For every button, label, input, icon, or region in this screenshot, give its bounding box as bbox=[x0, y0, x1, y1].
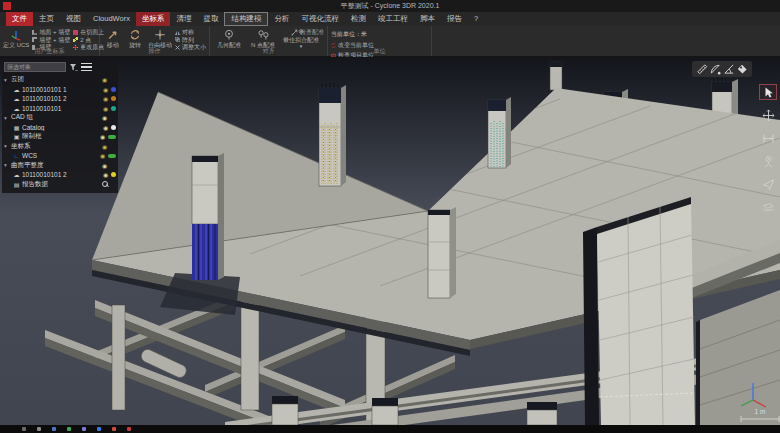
check-registration-button[interactable]: 检查配准 bbox=[291, 28, 324, 37]
free-move-icon bbox=[154, 29, 166, 41]
tree-item-limit-box[interactable]: ▣ 限制框 ◉ bbox=[4, 132, 116, 142]
caret-icon[interactable]: ▾ bbox=[4, 143, 9, 149]
group-label-manipulation: 操作 bbox=[100, 47, 209, 56]
move-button[interactable]: 移动 bbox=[103, 28, 122, 48]
ucs-ground-wall[interactable]: 地面 + 墙壁 bbox=[32, 29, 70, 36]
taskbar-icon[interactable] bbox=[127, 427, 131, 431]
tab-inspect[interactable]: 检测 bbox=[345, 12, 372, 26]
caret-icon[interactable]: ▾ bbox=[4, 115, 9, 121]
tree-group-cad[interactable]: ▾ CAD 组 ◉ bbox=[4, 113, 116, 123]
ruler-icon[interactable] bbox=[696, 63, 708, 75]
bulb-icon[interactable]: ◉ bbox=[101, 114, 108, 121]
viewport-right-toolbar bbox=[759, 84, 777, 215]
visibility-eye-icon[interactable]: ◉ bbox=[101, 143, 108, 150]
ribbon-tab-bar: 文件 主页 视图 CloudWorx 坐标系 清理 提取 结构建模 分析 可视化… bbox=[0, 12, 780, 26]
taskbar-icon[interactable] bbox=[67, 427, 71, 431]
tree-group-clouds[interactable]: ▾ 云团 ◉ bbox=[4, 75, 116, 85]
tag-icon[interactable] bbox=[736, 63, 748, 75]
caret-icon[interactable]: ▾ bbox=[4, 162, 9, 168]
taskbar-icon[interactable] bbox=[52, 427, 56, 431]
tab-analyze[interactable]: 分析 bbox=[268, 12, 295, 26]
tree-item-report-data[interactable]: ▤ 报告数据 bbox=[4, 180, 116, 190]
measure-tools-chip bbox=[692, 61, 752, 77]
tree-item-cloud-1[interactable]: ☁ 10110010101 1 ◉ bbox=[4, 85, 116, 95]
tab-file[interactable]: 文件 bbox=[6, 12, 33, 26]
geometric-registration-button[interactable]: 几何配准 bbox=[213, 28, 245, 48]
tab-cloudworx[interactable]: CloudWorx bbox=[87, 12, 136, 26]
group-label-units: 单位 bbox=[328, 47, 431, 56]
filter-input[interactable] bbox=[4, 62, 66, 72]
bulb-icon[interactable]: ◉ bbox=[101, 162, 108, 169]
station-view-button[interactable] bbox=[759, 153, 777, 169]
taskbar-icon[interactable] bbox=[112, 427, 116, 431]
tab-coordinate-system[interactable]: 坐标系 bbox=[136, 12, 171, 26]
tab-construction[interactable]: 竣工工程 bbox=[372, 12, 414, 26]
color-swatch[interactable] bbox=[111, 172, 116, 177]
tree-item-cloud-2[interactable]: ☁ 10110010101 2 ◉ bbox=[4, 94, 116, 104]
fly-through-button[interactable] bbox=[759, 176, 777, 192]
tab-report[interactable]: 报告 bbox=[441, 12, 468, 26]
bulb-icon[interactable]: ◉ bbox=[99, 133, 106, 140]
tree-group-coordinate-systems[interactable]: ▾ 坐标系 ◉ bbox=[4, 142, 116, 152]
visibility-eye-icon[interactable]: ◉ bbox=[102, 86, 109, 93]
taskbar-icon[interactable] bbox=[22, 427, 26, 431]
tab-extract[interactable]: 提取 bbox=[197, 12, 224, 26]
free-move-button[interactable]: 自由移动 bbox=[148, 28, 172, 48]
tree-menu-icon[interactable] bbox=[81, 63, 92, 71]
visibility-eye-icon[interactable]: ◉ bbox=[102, 95, 109, 102]
tab-view[interactable]: 视图 bbox=[60, 12, 87, 26]
tab-home[interactable]: 主页 bbox=[33, 12, 60, 26]
color-swatch[interactable] bbox=[108, 135, 116, 139]
visibility-eye-icon[interactable]: ◉ bbox=[102, 105, 109, 112]
geometric-registration-icon bbox=[223, 29, 235, 41]
tab-clean[interactable]: 清理 bbox=[170, 12, 197, 26]
n-point-registration-button[interactable]: N 点配准 bbox=[248, 28, 278, 48]
tree-item-flatness-cloud[interactable]: ☁ 10110010101 2 ◉ bbox=[4, 170, 116, 180]
color-swatch[interactable] bbox=[111, 106, 116, 111]
tab-structure-modeling[interactable]: 结构建模 bbox=[224, 12, 268, 26]
ribbon-empty-space bbox=[432, 26, 780, 56]
visibility-eye-icon[interactable]: ◉ bbox=[99, 152, 106, 159]
tree-group-surface-flatness[interactable]: ▾ 曲面平整度 ◉ bbox=[4, 161, 116, 171]
color-swatch[interactable] bbox=[111, 96, 116, 101]
array-button[interactable]: 阵列 bbox=[175, 37, 206, 44]
magnifier-icon[interactable] bbox=[102, 181, 108, 187]
taskbar-icon[interactable] bbox=[37, 427, 41, 431]
visibility-eye-icon[interactable]: ◉ bbox=[101, 76, 108, 83]
section-plane-button[interactable] bbox=[759, 199, 777, 215]
tab-help[interactable]: ? bbox=[468, 12, 484, 26]
mirror-button[interactable]: 对称 bbox=[175, 29, 206, 36]
cloud-icon: ☁ bbox=[13, 105, 20, 112]
tree-item-wcs[interactable]: ∟ WCS ◉ bbox=[4, 151, 116, 161]
mirror-icon bbox=[175, 30, 180, 35]
select-tool-button[interactable] bbox=[759, 84, 777, 100]
bulb-icon[interactable]: ◉ bbox=[102, 124, 109, 131]
caret-icon[interactable]: ▾ bbox=[4, 77, 9, 83]
filter-funnel-icon[interactable] bbox=[69, 63, 78, 72]
measure-distance-button[interactable] bbox=[759, 130, 777, 146]
color-swatch[interactable] bbox=[111, 87, 116, 92]
bulb-icon[interactable]: ◉ bbox=[102, 171, 109, 178]
color-swatch[interactable] bbox=[108, 154, 116, 158]
rotate-button[interactable]: 旋转 bbox=[125, 28, 144, 48]
color-swatch[interactable] bbox=[111, 125, 116, 130]
move-view-button[interactable] bbox=[759, 107, 777, 123]
measure-distance-icon bbox=[762, 132, 775, 145]
tree-item-cloud-3[interactable]: ☁ 10110010101 ◉ bbox=[4, 104, 116, 114]
viewport-area: 1 m ▾ 云团 ◉ ☁ 10110010101 1 ◉ bbox=[0, 57, 780, 425]
define-ucs-button[interactable]: 定义 UCS bbox=[3, 28, 29, 48]
protractor-icon[interactable] bbox=[723, 63, 735, 75]
tree-item-catalog[interactable]: ▦ Catalog ◉ bbox=[4, 123, 116, 133]
taskbar-icon[interactable] bbox=[97, 427, 101, 431]
scale-bar-label: 1 m bbox=[755, 408, 766, 415]
rotate-icon bbox=[129, 29, 141, 41]
tab-visualization[interactable]: 可视化流程 bbox=[295, 12, 345, 26]
tab-script[interactable]: 脚本 bbox=[414, 12, 441, 26]
taskbar-icon[interactable] bbox=[82, 427, 86, 431]
ribbon-group-ucs: 定义 UCS 地面 + 墙壁 墙壁 + 墙壁 墙壁 在切面上 2 点 更改原点 … bbox=[0, 26, 100, 56]
section-plane-icon bbox=[73, 30, 78, 35]
cloud-icon: ☁ bbox=[13, 95, 20, 102]
ucs-wall-wall[interactable]: 墙壁 + 墙壁 bbox=[32, 37, 70, 44]
array-icon bbox=[175, 37, 180, 42]
caliper-icon[interactable] bbox=[709, 63, 721, 75]
